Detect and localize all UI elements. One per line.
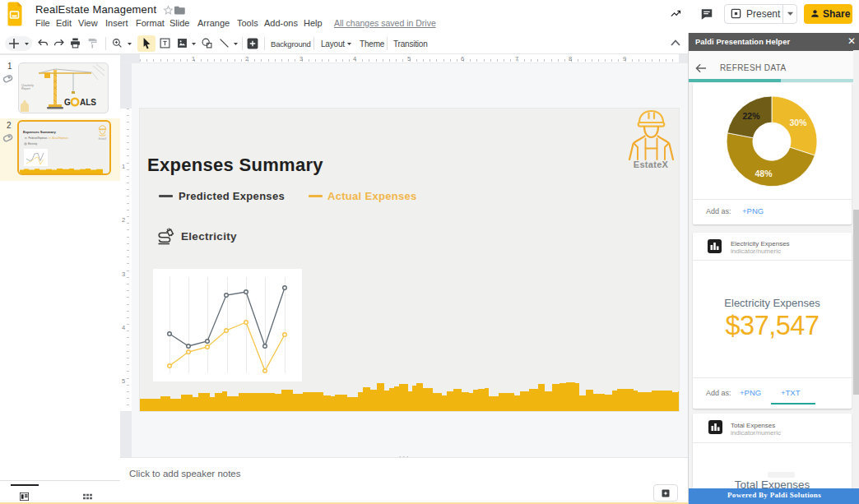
svg-text:Expenses Summary: Expenses Summary [23, 130, 56, 134]
svg-text:30%: 30% [789, 118, 807, 127]
svg-text:22%: 22% [742, 111, 760, 121]
svg-text:G: G [64, 98, 71, 107]
svg-text:48%: 48% [755, 169, 773, 178]
svg-text:Actual Expenses: Actual Expenses [53, 136, 69, 140]
svg-text:ALS: ALS [80, 98, 96, 107]
svg-text:Electricity: Electricity [28, 142, 38, 146]
svg-text:Predicted Expenses: Predicted Expenses [29, 136, 49, 140]
svg-text:EstateX: EstateX [99, 137, 107, 141]
svg-text:Report: Report [21, 87, 30, 90]
